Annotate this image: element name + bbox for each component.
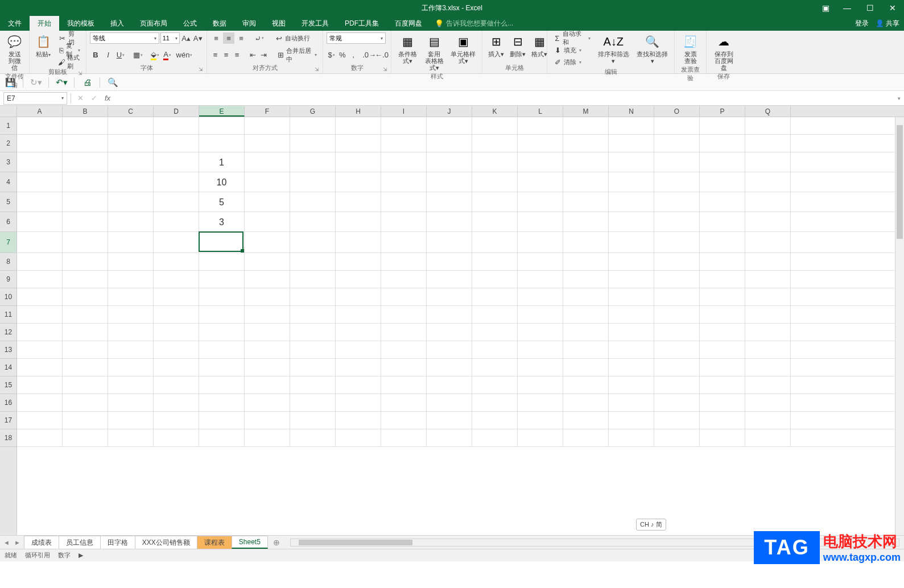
- cell[interactable]: [745, 135, 791, 152]
- increase-decimal-button[interactable]: .0→: [364, 49, 375, 61]
- cell[interactable]: [290, 152, 336, 172]
- cell[interactable]: [199, 271, 245, 288]
- cell[interactable]: [336, 359, 381, 376]
- cell[interactable]: [427, 172, 472, 192]
- cell[interactable]: [63, 271, 108, 288]
- menu-tab-开发工具[interactable]: 开发工具: [294, 16, 337, 31]
- cell[interactable]: [336, 172, 381, 192]
- cell[interactable]: [518, 429, 563, 447]
- cell[interactable]: [518, 232, 563, 253]
- menu-tab-百度网盘[interactable]: 百度网盘: [387, 16, 430, 31]
- cell[interactable]: [108, 172, 154, 192]
- cell[interactable]: [108, 152, 154, 172]
- cell[interactable]: [609, 232, 654, 253]
- cell[interactable]: [427, 288, 472, 306]
- cell[interactable]: [17, 271, 63, 288]
- cell[interactable]: [336, 429, 381, 447]
- cell[interactable]: [427, 376, 472, 394]
- cell[interactable]: [654, 376, 700, 394]
- cell[interactable]: [154, 306, 199, 324]
- cell[interactable]: [290, 232, 336, 253]
- sheet-tab[interactable]: 成绩表: [24, 536, 59, 549]
- cell[interactable]: [108, 135, 154, 152]
- cell[interactable]: [472, 341, 518, 359]
- cell[interactable]: [563, 306, 609, 324]
- invoice-check-button[interactable]: 🧾发票 查验: [678, 32, 703, 65]
- cell[interactable]: [381, 212, 427, 232]
- cell[interactable]: [563, 135, 609, 152]
- cell[interactable]: [654, 429, 700, 447]
- wrap-text-button[interactable]: ↩自动换行: [272, 32, 312, 44]
- row-header[interactable]: 5: [0, 192, 16, 212]
- cell[interactable]: [609, 359, 654, 376]
- cell[interactable]: 10: [199, 172, 245, 192]
- delete-cells-button[interactable]: ⊟删除▾: [507, 32, 528, 59]
- column-header[interactable]: O: [654, 106, 700, 117]
- cell[interactable]: [745, 152, 791, 172]
- align-center-button[interactable]: ≡: [221, 49, 231, 61]
- cell[interactable]: [154, 341, 199, 359]
- cell[interactable]: [563, 212, 609, 232]
- cell[interactable]: [472, 192, 518, 212]
- cell[interactable]: [745, 212, 791, 232]
- menu-tab-我的模板[interactable]: 我的模板: [59, 16, 102, 31]
- vertical-scrollbar[interactable]: [895, 117, 904, 535]
- cell[interactable]: [17, 192, 63, 212]
- cell[interactable]: [63, 152, 108, 172]
- cell[interactable]: [381, 341, 427, 359]
- close-button[interactable]: ✕: [881, 0, 904, 16]
- sheet-tab[interactable]: 员工信息: [59, 536, 101, 549]
- cell[interactable]: [609, 271, 654, 288]
- cell[interactable]: [17, 394, 63, 412]
- cell[interactable]: [381, 429, 427, 447]
- format-cells-button[interactable]: ▦格式▾: [529, 32, 550, 59]
- cell[interactable]: [472, 117, 518, 135]
- row-header[interactable]: 3: [0, 152, 16, 172]
- cell[interactable]: [427, 135, 472, 152]
- cell[interactable]: [336, 394, 381, 412]
- cell[interactable]: [700, 412, 745, 429]
- cell[interactable]: [609, 324, 654, 341]
- cell[interactable]: [700, 232, 745, 253]
- cell[interactable]: [700, 271, 745, 288]
- cell[interactable]: [17, 324, 63, 341]
- cell[interactable]: [427, 412, 472, 429]
- cell[interactable]: [290, 253, 336, 271]
- row-header[interactable]: 16: [0, 394, 16, 412]
- cell[interactable]: [427, 253, 472, 271]
- row-header[interactable]: 15: [0, 376, 16, 394]
- column-header[interactable]: F: [245, 106, 290, 117]
- cell[interactable]: [290, 306, 336, 324]
- cell[interactable]: [609, 172, 654, 192]
- insert-cells-button[interactable]: ⊞插入▾: [486, 32, 506, 59]
- menu-tab-插入[interactable]: 插入: [102, 16, 132, 31]
- cell[interactable]: [609, 117, 654, 135]
- cell[interactable]: [700, 394, 745, 412]
- merge-center-button[interactable]: ⊞合并后居中▾: [275, 49, 319, 61]
- cell[interactable]: [108, 359, 154, 376]
- cell[interactable]: [563, 376, 609, 394]
- cell[interactable]: [199, 394, 245, 412]
- accounting-format-button[interactable]: $: [327, 49, 336, 61]
- share-button[interactable]: 👤 共享: [876, 19, 899, 28]
- save-baidu-button[interactable]: ☁保存到 百度网盘: [710, 32, 737, 72]
- cell[interactable]: [199, 232, 245, 253]
- cell[interactable]: [336, 117, 381, 135]
- column-header[interactable]: M: [563, 106, 609, 117]
- cell[interactable]: [381, 117, 427, 135]
- cell[interactable]: [427, 152, 472, 172]
- cell[interactable]: [700, 341, 745, 359]
- cell[interactable]: [381, 394, 427, 412]
- cell[interactable]: [563, 117, 609, 135]
- cell[interactable]: [745, 341, 791, 359]
- cell[interactable]: [518, 394, 563, 412]
- cell[interactable]: [518, 376, 563, 394]
- cell[interactable]: [700, 376, 745, 394]
- cell[interactable]: [154, 412, 199, 429]
- cancel-formula-button[interactable]: ✕: [73, 92, 87, 105]
- cell[interactable]: [63, 341, 108, 359]
- cell[interactable]: [154, 135, 199, 152]
- row-header[interactable]: 12: [0, 324, 16, 341]
- menu-tab-PDF工具集[interactable]: PDF工具集: [337, 16, 387, 31]
- cell[interactable]: [290, 271, 336, 288]
